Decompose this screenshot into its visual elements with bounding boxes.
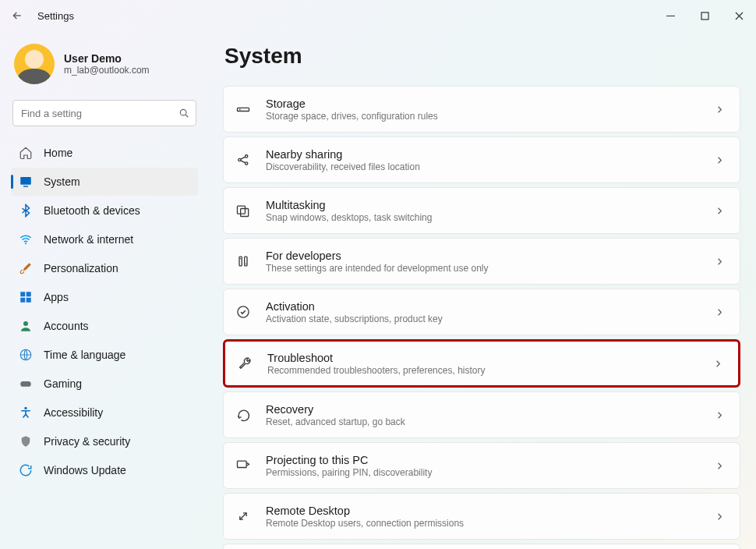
sidebar-item-update[interactable]: Windows Update — [11, 456, 198, 484]
settings-item-recovery[interactable]: RecoveryReset, advanced startup, go back — [223, 391, 740, 438]
sidebar-item-home[interactable]: Home — [11, 139, 198, 167]
settings-item-text: RecoveryReset, advanced startup, go back — [266, 403, 700, 427]
shield-icon — [19, 434, 33, 448]
search-box[interactable] — [12, 100, 196, 126]
avatar — [14, 44, 55, 84]
home-icon — [19, 146, 33, 160]
sidebar-item-bluetooth[interactable]: Bluetooth & devices — [11, 197, 198, 225]
close-button[interactable] — [722, 3, 756, 28]
share-icon — [235, 151, 252, 168]
settings-item-text: Remote DesktopRemote Desktop users, conn… — [266, 505, 700, 529]
profile-name: User Demo — [64, 52, 150, 65]
globe-icon — [19, 348, 33, 362]
settings-item-text: StorageStorage space, drives, configurat… — [266, 97, 700, 122]
settings-item-desc: Storage space, drives, configuration rul… — [266, 111, 700, 122]
chevron-right-icon — [714, 205, 726, 217]
chevron-right-icon — [714, 154, 726, 166]
minimize-button[interactable] — [653, 3, 687, 28]
sidebar-item-gaming[interactable]: Gaming — [11, 370, 198, 398]
multitask-icon — [235, 202, 252, 219]
settings-item-multitasking[interactable]: MultitaskingSnap windows, desktops, task… — [223, 187, 740, 234]
settings-item-desc: Snap windows, desktops, task switching — [266, 212, 700, 223]
settings-item-text: TroubleshootRecommended troubleshooters,… — [267, 352, 698, 376]
settings-item-title: Troubleshoot — [267, 352, 698, 364]
sidebar-item-network[interactable]: Network & internet — [11, 225, 198, 253]
chevron-right-icon — [714, 104, 726, 115]
settings-item-text: ActivationActivation state, subscription… — [266, 300, 700, 324]
maximize-button[interactable] — [687, 3, 722, 28]
system-icon — [19, 175, 33, 189]
update-icon — [19, 463, 33, 477]
settings-item-title: Activation — [266, 300, 700, 313]
back-button[interactable] — [8, 6, 26, 25]
settings-item-text: Projecting to this PCPermissions, pairin… — [266, 454, 700, 478]
apps-icon — [19, 290, 33, 304]
svg-point-2 — [180, 109, 186, 115]
recovery-icon — [235, 406, 252, 423]
settings-item-text: For developersThese settings are intende… — [266, 250, 700, 274]
sidebar-item-apps[interactable]: Apps — [11, 283, 198, 311]
title-bar: Settings — [0, 0, 756, 31]
brush-icon — [19, 261, 33, 275]
sidebar: User Demo m_lab@outlook.com HomeSystemBl… — [0, 31, 204, 549]
settings-item-troubleshoot[interactable]: TroubleshootRecommended troubleshooters,… — [223, 339, 740, 388]
check-circle-icon — [235, 303, 252, 321]
chevron-right-icon — [714, 256, 726, 267]
profile-block[interactable]: User Demo m_lab@outlook.com — [11, 39, 198, 97]
chevron-right-icon — [714, 306, 726, 318]
settings-item-text: MultitaskingSnap windows, desktops, task… — [266, 199, 700, 223]
settings-item-projecting[interactable]: Projecting to this PCPermissions, pairin… — [223, 442, 740, 489]
project-icon — [235, 457, 252, 474]
settings-item-activation[interactable]: ActivationActivation state, subscription… — [223, 289, 740, 335]
settings-item-title: Recovery — [266, 403, 700, 416]
sidebar-item-label: Bluetooth & devices — [44, 204, 140, 217]
storage-icon — [235, 101, 252, 118]
settings-item-desc: Remote Desktop users, connection permiss… — [266, 518, 700, 529]
settings-item-title: Nearby sharing — [266, 148, 700, 161]
sidebar-nav: HomeSystemBluetooth & devicesNetwork & i… — [11, 139, 198, 484]
sidebar-item-privacy[interactable]: Privacy & security — [11, 427, 198, 455]
settings-item-clipboard[interactable]: ClipboardCut and copy history, sync, cle… — [223, 544, 740, 549]
sidebar-item-label: Time & language — [44, 349, 125, 361]
settings-item-developers[interactable]: For developersThese settings are intende… — [223, 238, 740, 285]
settings-item-title: For developers — [266, 250, 700, 262]
accessibility-icon — [19, 406, 33, 420]
settings-item-nearby[interactable]: Nearby sharingDiscoverability, received … — [223, 136, 740, 183]
sidebar-item-system[interactable]: System — [11, 168, 198, 196]
sidebar-item-personalization[interactable]: Personalization — [11, 254, 198, 282]
settings-item-title: Remote Desktop — [266, 505, 700, 517]
settings-item-desc: These settings are intended for developm… — [266, 263, 700, 274]
sidebar-item-time[interactable]: Time & language — [11, 341, 198, 369]
svg-rect-0 — [666, 16, 675, 16]
svg-rect-1 — [701, 12, 708, 19]
settings-item-storage[interactable]: StorageStorage space, drives, configurat… — [223, 86, 740, 133]
remote-icon — [235, 508, 252, 525]
sidebar-item-label: Network & internet — [44, 233, 133, 246]
settings-item-remote[interactable]: Remote DesktopRemote Desktop users, conn… — [223, 493, 740, 540]
settings-item-desc: Discoverability, received files location — [266, 161, 700, 172]
wifi-icon — [19, 232, 33, 246]
settings-list: StorageStorage space, drives, configurat… — [223, 86, 740, 549]
developers-icon — [235, 253, 252, 270]
main-content: System StorageStorage space, drives, con… — [204, 31, 756, 549]
page-title: System — [224, 44, 740, 69]
settings-item-desc: Reset, advanced startup, go back — [266, 416, 700, 427]
search-input[interactable] — [21, 108, 178, 119]
settings-item-desc: Activation state, subscriptions, product… — [266, 313, 700, 324]
chevron-right-icon — [712, 358, 724, 370]
sidebar-item-accounts[interactable]: Accounts — [11, 312, 198, 340]
app-title: Settings — [37, 10, 74, 22]
sidebar-item-label: Gaming — [44, 377, 82, 390]
settings-item-title: Multitasking — [266, 199, 700, 211]
sidebar-item-label: Accessibility — [44, 406, 103, 419]
sidebar-item-label: System — [44, 175, 80, 188]
sidebar-item-label: Privacy & security — [44, 435, 130, 448]
chevron-right-icon — [714, 460, 726, 472]
sidebar-item-accessibility[interactable]: Accessibility — [11, 398, 198, 427]
sidebar-item-label: Accounts — [44, 320, 89, 332]
settings-item-title: Storage — [266, 97, 700, 110]
settings-item-desc: Recommended troubleshooters, preferences… — [267, 365, 698, 376]
settings-item-text: Nearby sharingDiscoverability, received … — [266, 148, 700, 172]
gamepad-icon — [19, 377, 33, 391]
settings-item-desc: Permissions, pairing PIN, discoverabilit… — [266, 467, 700, 478]
